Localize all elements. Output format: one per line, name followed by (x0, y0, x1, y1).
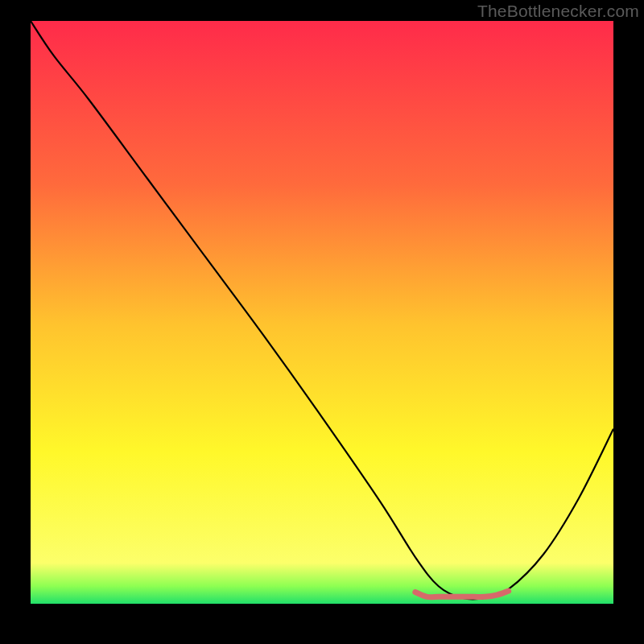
chart-background-gradient (31, 21, 613, 604)
watermark-text: TheBottlenecker.com (477, 2, 639, 21)
chart-svg (31, 21, 613, 604)
chart-plot-area (31, 21, 613, 604)
